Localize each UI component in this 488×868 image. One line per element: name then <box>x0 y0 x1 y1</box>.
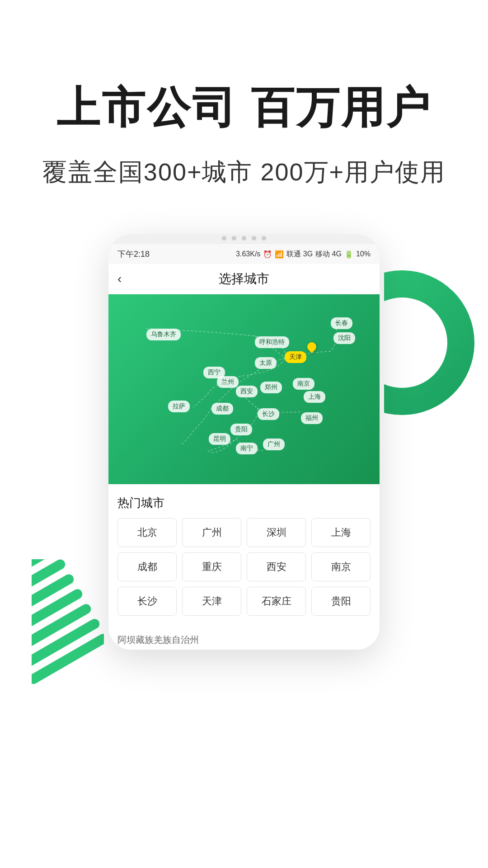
city-pin-拉萨[interactable]: 拉萨 <box>168 401 190 412</box>
city-pin-长春[interactable]: 长春 <box>331 317 352 329</box>
city-button-天津[interactable]: 天津 <box>182 587 241 616</box>
deco-stripes <box>32 559 104 686</box>
city-pin-昆明[interactable]: 昆明 <box>209 433 230 445</box>
city-pin-乌鲁木齐[interactable]: 乌鲁木齐 <box>146 329 181 340</box>
battery-level: 10% <box>356 250 371 258</box>
notch-dot-5 <box>262 236 266 241</box>
city-pin-西安[interactable]: 西安 <box>236 386 258 397</box>
stripe-group <box>32 559 104 686</box>
notch-dot-2 <box>232 236 236 241</box>
main-title: 上市公司 百万用户 <box>36 81 452 133</box>
page-root: 上市公司 百万用户 覆盖全国300+城市 200万+用户使用 下午2:18 <box>0 0 488 868</box>
city-pin-长沙[interactable]: 长沙 <box>258 408 279 420</box>
phone-notch <box>108 234 380 244</box>
city-button-上海[interactable]: 上海 <box>311 518 371 547</box>
clock-icon: ⏰ <box>263 250 272 259</box>
status-right: 3.63K/s ⏰ 📶 联通 3G 移动 4G 🔋 10% <box>236 250 371 259</box>
city-button-南京[interactable]: 南京 <box>311 552 371 581</box>
city-pin-福州[interactable]: 福州 <box>301 412 323 424</box>
city-button-重庆[interactable]: 重庆 <box>182 552 241 581</box>
city-pin-呼和浩特[interactable]: 呼和浩特 <box>255 336 289 348</box>
city-button-成都[interactable]: 成都 <box>117 552 177 581</box>
city-pin-兰州[interactable]: 兰州 <box>217 376 239 388</box>
bottom-text: 阿坝藏族羌族自治州 <box>108 627 380 650</box>
city-pin-天津[interactable]: 天津 <box>285 351 306 363</box>
city-pin-郑州[interactable]: 郑州 <box>260 382 282 393</box>
city-pin-南宁[interactable]: 南宁 <box>236 443 258 454</box>
city-pin-沈阳[interactable]: 沈阳 <box>333 332 355 344</box>
notch-dot-1 <box>222 236 226 241</box>
back-button[interactable]: ‹ <box>117 272 122 286</box>
deco-circle-inner <box>384 270 474 415</box>
status-time: 下午2:18 <box>117 249 150 259</box>
city-button-石家庄[interactable]: 石家庄 <box>247 587 306 616</box>
city-pin-南京[interactable]: 南京 <box>293 378 314 390</box>
deco-circle <box>384 270 474 415</box>
hot-cities-title: 热门城市 <box>117 495 371 511</box>
city-pin-广州[interactable]: 广州 <box>263 439 285 450</box>
city-grid: 北京广州深圳上海成都重庆西安南京长沙天津石家庄贵阳 <box>117 518 371 616</box>
city-button-贵阳[interactable]: 贵阳 <box>311 587 371 616</box>
wifi-icon: 📶 <box>275 250 284 259</box>
header-section: 上市公司 百万用户 覆盖全国300+城市 200万+用户使用 <box>0 0 488 216</box>
app-screen: 下午2:18 3.63K/s ⏰ 📶 联通 3G 移动 4G 🔋 10% ‹ 选… <box>108 244 380 650</box>
notch-dot-3 <box>242 236 246 241</box>
carrier1: 联通 3G <box>286 250 313 259</box>
city-pin-上海[interactable]: 上海 <box>304 391 325 403</box>
network-speed: 3.63K/s <box>236 250 260 258</box>
city-pin-太原[interactable]: 太原 <box>255 357 277 369</box>
battery-icon: 🔋 <box>344 250 353 259</box>
city-button-深圳[interactable]: 深圳 <box>247 518 306 547</box>
phone-frame: 下午2:18 3.63K/s ⏰ 📶 联通 3G 移动 4G 🔋 10% ‹ 选… <box>108 234 380 650</box>
city-button-广州[interactable]: 广州 <box>182 518 241 547</box>
carrier2: 移动 4G <box>315 250 342 259</box>
city-button-西安[interactable]: 西安 <box>247 552 306 581</box>
status-bar: 下午2:18 3.63K/s ⏰ 📶 联通 3G 移动 4G 🔋 10% <box>108 244 380 264</box>
city-pin-成都[interactable]: 成都 <box>211 403 233 415</box>
app-nav-bar: ‹ 选择城市 <box>108 264 380 294</box>
phone-mockup-wrapper: 下午2:18 3.63K/s ⏰ 📶 联通 3G 移动 4G 🔋 10% ‹ 选… <box>41 234 447 650</box>
city-button-北京[interactable]: 北京 <box>117 518 177 547</box>
city-pin-贵阳[interactable]: 贵阳 <box>230 424 252 435</box>
city-button-长沙[interactable]: 长沙 <box>117 587 177 616</box>
nav-title: 选择城市 <box>219 270 269 288</box>
map-area[interactable]: .map-line { stroke: rgba(255,255,255,0.4… <box>108 294 380 484</box>
notch-dot-4 <box>252 236 256 241</box>
subtitle: 覆盖全国300+城市 200万+用户使用 <box>36 156 452 189</box>
hot-cities-section: 热门城市 北京广州深圳上海成都重庆西安南京长沙天津石家庄贵阳 <box>108 484 380 627</box>
